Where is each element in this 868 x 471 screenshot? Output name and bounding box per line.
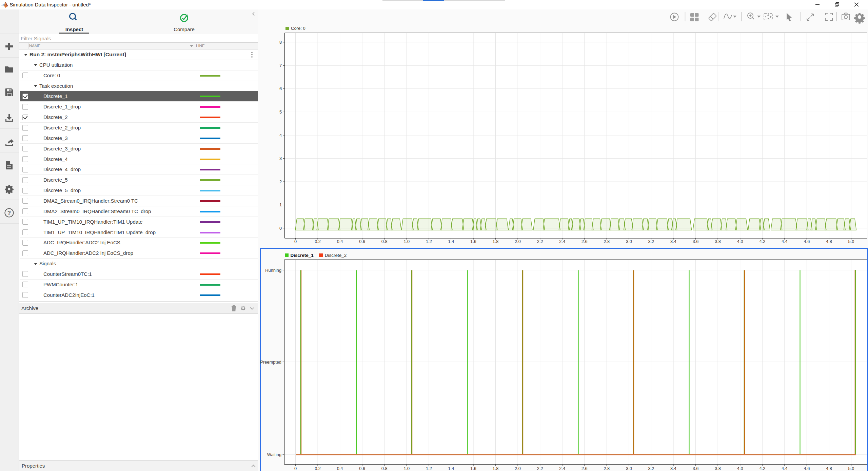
svg-text:0.2: 0.2 xyxy=(315,239,321,244)
svg-text:4.6: 4.6 xyxy=(804,466,810,471)
svg-text:4.6: 4.6 xyxy=(804,239,810,244)
svg-text:Preempted: Preempted xyxy=(260,360,281,365)
svg-text:4.0: 4.0 xyxy=(737,239,743,244)
svg-text:4: 4 xyxy=(279,133,282,138)
svg-text:1.6: 1.6 xyxy=(470,239,476,244)
svg-text:0.6: 0.6 xyxy=(359,239,365,244)
svg-text:4.0: 4.0 xyxy=(737,466,743,471)
svg-text:3.2: 3.2 xyxy=(648,466,654,471)
svg-text:1.0: 1.0 xyxy=(403,466,410,471)
svg-text:0.4: 0.4 xyxy=(337,239,343,244)
svg-text:3.6: 3.6 xyxy=(693,239,699,244)
svg-text:2: 2 xyxy=(279,179,282,184)
svg-text:0.8: 0.8 xyxy=(381,239,388,244)
svg-text:2.4: 2.4 xyxy=(559,239,565,244)
svg-text:2.2: 2.2 xyxy=(537,239,543,244)
svg-text:Running: Running xyxy=(265,268,281,273)
svg-text:6: 6 xyxy=(279,86,282,91)
svg-text:0.2: 0.2 xyxy=(315,466,321,471)
svg-text:2.2: 2.2 xyxy=(537,466,543,471)
svg-text:0.4: 0.4 xyxy=(337,466,343,471)
svg-text:2.8: 2.8 xyxy=(604,466,610,471)
svg-text:3.8: 3.8 xyxy=(715,239,721,244)
svg-text:4.8: 4.8 xyxy=(826,239,832,244)
svg-text:3.0: 3.0 xyxy=(626,466,632,471)
svg-text:1: 1 xyxy=(279,202,282,207)
svg-text:2.8: 2.8 xyxy=(604,239,610,244)
svg-text:1.8: 1.8 xyxy=(493,466,499,471)
svg-text:2.0: 2.0 xyxy=(515,239,521,244)
svg-text:4.4: 4.4 xyxy=(782,466,788,471)
svg-text:2.4: 2.4 xyxy=(559,466,565,471)
svg-text:5.0: 5.0 xyxy=(848,239,854,244)
svg-text:7: 7 xyxy=(279,63,282,68)
svg-text:3.4: 3.4 xyxy=(670,239,676,244)
svg-text:4.2: 4.2 xyxy=(759,466,765,471)
svg-text:1.4: 1.4 xyxy=(448,239,454,244)
svg-text:3.8: 3.8 xyxy=(715,466,721,471)
svg-text:1.2: 1.2 xyxy=(426,239,432,244)
svg-text:3.2: 3.2 xyxy=(648,239,654,244)
svg-text:8: 8 xyxy=(279,40,282,45)
svg-text:4.8: 4.8 xyxy=(826,466,832,471)
svg-text:0: 0 xyxy=(279,226,282,231)
svg-text:1.2: 1.2 xyxy=(426,466,432,471)
svg-text:3.0: 3.0 xyxy=(626,239,632,244)
svg-text:2.6: 2.6 xyxy=(581,466,588,471)
svg-text:0: 0 xyxy=(294,239,297,244)
svg-text:2.6: 2.6 xyxy=(581,239,588,244)
svg-text:4.4: 4.4 xyxy=(782,239,788,244)
svg-text:3.4: 3.4 xyxy=(670,466,676,471)
svg-text:1.4: 1.4 xyxy=(448,466,454,471)
svg-text:3: 3 xyxy=(279,156,282,161)
svg-text:0.6: 0.6 xyxy=(359,466,365,471)
svg-text:5.0: 5.0 xyxy=(848,466,854,471)
svg-text:5: 5 xyxy=(279,109,282,115)
svg-text:0: 0 xyxy=(294,466,297,471)
svg-text:4.2: 4.2 xyxy=(759,239,765,244)
svg-text:1.0: 1.0 xyxy=(403,239,410,244)
svg-text:2.0: 2.0 xyxy=(515,466,521,471)
svg-text:0.8: 0.8 xyxy=(381,466,388,471)
svg-text:Waiting: Waiting xyxy=(267,452,281,457)
svg-text:1.6: 1.6 xyxy=(470,466,476,471)
svg-text:1.8: 1.8 xyxy=(493,239,499,244)
svg-text:3.6: 3.6 xyxy=(693,466,699,471)
